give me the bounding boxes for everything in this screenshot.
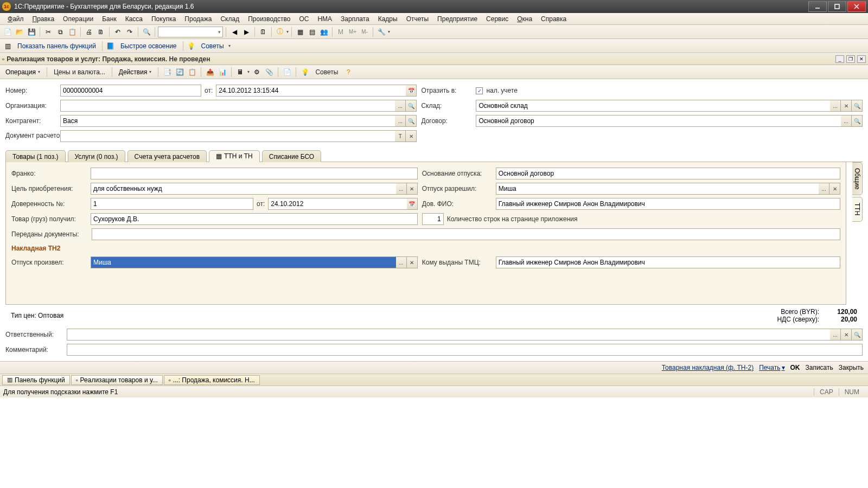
menu-sale[interactable]: Продажа: [180, 14, 216, 24]
org-open-btn[interactable]: 🔍: [406, 100, 417, 112]
sklad-select-btn[interactable]: ...: [830, 100, 841, 112]
print-form-link[interactable]: Товарная накладная (ф. ТН-2): [662, 364, 754, 371]
docras-clear-btn[interactable]: ✕: [406, 130, 417, 142]
docras-t-btn[interactable]: T: [395, 130, 406, 142]
tab-services[interactable]: Услуги (0 поз.): [68, 150, 125, 162]
doc-tool-9[interactable]: 📄: [282, 67, 292, 78]
cut-icon[interactable]: ✂: [43, 27, 54, 37]
menu-windows[interactable]: Окна: [513, 14, 537, 24]
contract-field[interactable]: Основной договор: [476, 115, 841, 127]
task-panel[interactable]: ▥ Панель функций: [2, 375, 70, 385]
search-combo[interactable]: [158, 27, 223, 37]
nav-fwd-icon[interactable]: ▶: [241, 27, 252, 37]
org-select-btn[interactable]: ...: [395, 100, 406, 112]
menu-salary[interactable]: Зарплата: [336, 14, 374, 24]
doc-tool-8[interactable]: 📎: [264, 67, 275, 78]
preview-icon[interactable]: 🗎: [95, 27, 106, 37]
perm-field[interactable]: Миша: [496, 183, 819, 195]
operation-menu[interactable]: Операция: [2, 67, 43, 78]
docs-field[interactable]: [92, 228, 840, 240]
contract-select-btn[interactable]: ...: [841, 115, 852, 127]
menu-staff[interactable]: Кадры: [374, 14, 402, 24]
people-icon[interactable]: 👥: [318, 27, 329, 37]
m-icon[interactable]: M: [335, 27, 346, 37]
panel-icon[interactable]: ▥: [2, 41, 13, 52]
tmc-field[interactable]: Главный инженер Смирнов Анон Владимирови…: [496, 256, 840, 268]
menu-kassa[interactable]: Касса: [121, 14, 147, 24]
form-icon[interactable]: ▤: [307, 27, 317, 37]
dovfio-field[interactable]: Главный инженер Смирнов Анон Владимирови…: [496, 198, 840, 210]
menu-edit[interactable]: Правка: [28, 14, 59, 24]
issued-field[interactable]: Миша: [91, 256, 396, 268]
tab-accounts[interactable]: Счета учета расчетов: [127, 150, 207, 162]
date-field[interactable]: 24.10.2012 13:15:44: [216, 85, 406, 97]
menu-file[interactable]: Файл: [3, 14, 28, 24]
menu-production[interactable]: Производство: [244, 14, 295, 24]
menu-help[interactable]: Справка: [537, 14, 571, 24]
doc-tool-7[interactable]: ⚙: [251, 67, 262, 78]
doc-tool-6[interactable]: 🖩: [235, 67, 246, 78]
vtab-ttn[interactable]: ТТН: [852, 197, 863, 221]
counter-field[interactable]: Вася: [60, 115, 395, 127]
ok-button[interactable]: OK: [790, 364, 800, 371]
dov-date-field[interactable]: 24.10.2012: [268, 198, 406, 210]
menu-purchase[interactable]: Покупка: [147, 14, 180, 24]
new-icon[interactable]: 📄: [2, 27, 13, 37]
menu-os[interactable]: ОС: [295, 14, 313, 24]
menu-reports[interactable]: Отчеты: [402, 14, 433, 24]
calc-icon[interactable]: 🗓: [258, 27, 269, 37]
search-icon[interactable]: 🔍: [141, 27, 152, 37]
help-icon[interactable]: ?: [343, 67, 354, 78]
perm-select-btn[interactable]: ...: [819, 183, 829, 195]
perm-clear-btn[interactable]: ✕: [829, 183, 840, 195]
resp-field[interactable]: [67, 329, 830, 341]
info-icon[interactable]: ⓘ: [275, 27, 285, 37]
reflect-checkbox[interactable]: ✓: [476, 87, 483, 94]
menu-nma[interactable]: НМА: [313, 14, 336, 24]
issued-select-btn[interactable]: ...: [396, 256, 407, 268]
contract-open-btn[interactable]: 🔍: [852, 115, 863, 127]
doc-close[interactable]: ✕: [857, 55, 866, 63]
undo-icon[interactable]: ↶: [112, 27, 123, 37]
menu-warehouse[interactable]: Склад: [216, 14, 244, 24]
close-button[interactable]: [847, 1, 866, 12]
paste-icon[interactable]: 📋: [67, 27, 78, 37]
menu-operations[interactable]: Операции: [59, 14, 98, 24]
task-doc[interactable]: ▫ ...: Продажа, комиссия. Н...: [164, 375, 260, 385]
tips-button[interactable]: Советы: [198, 41, 227, 51]
number-field[interactable]: 00000000004: [60, 85, 201, 97]
tool-icon[interactable]: 🔧: [376, 27, 387, 37]
cel-select-btn[interactable]: ...: [396, 183, 407, 195]
counter-select-btn[interactable]: ...: [395, 115, 406, 127]
sklad-clear-btn[interactable]: ✕: [841, 100, 852, 112]
cel-clear-btn[interactable]: ✕: [407, 183, 418, 195]
actions-menu[interactable]: Действия: [116, 67, 155, 78]
dov-calendar-icon[interactable]: 📅: [407, 198, 418, 210]
doc-minimize[interactable]: _: [835, 55, 844, 63]
doc-tool-2[interactable]: 🔄: [174, 67, 185, 78]
franko-field[interactable]: [91, 168, 418, 179]
doc-tips-button[interactable]: Советы: [312, 67, 341, 77]
prices-button[interactable]: Цены и валюта...: [50, 67, 108, 77]
goods-field[interactable]: Сухоруков Д.В.: [91, 213, 418, 225]
docras-field[interactable]: [60, 130, 395, 142]
minimize-button[interactable]: [808, 1, 827, 12]
doc-tool-5[interactable]: 📊: [217, 67, 228, 78]
tab-bso[interactable]: Списание БСО: [262, 150, 321, 162]
maximize-button[interactable]: [828, 1, 846, 12]
bulb2-icon[interactable]: 💡: [299, 67, 310, 78]
task-list[interactable]: ▫ Реализации товаров и у...: [71, 375, 163, 385]
m-plus-icon[interactable]: M+: [347, 27, 358, 37]
cel-field[interactable]: для собственных нужд: [91, 183, 396, 195]
copy-icon[interactable]: ⧉: [55, 27, 66, 37]
print-menu[interactable]: Печать ▾: [759, 364, 784, 371]
book-icon[interactable]: 📘: [105, 41, 116, 52]
pages-field[interactable]: 1: [422, 213, 444, 225]
nav-back-icon[interactable]: ◀: [229, 27, 240, 37]
tab-goods[interactable]: Товары (1 поз.): [5, 150, 66, 162]
print-icon[interactable]: 🖨: [84, 27, 94, 37]
resp-open-btn[interactable]: 🔍: [852, 329, 863, 341]
sklad-field[interactable]: Основной склад: [476, 100, 830, 112]
menu-bank[interactable]: Банк: [98, 14, 120, 24]
m-minus-icon[interactable]: M-: [359, 27, 370, 37]
